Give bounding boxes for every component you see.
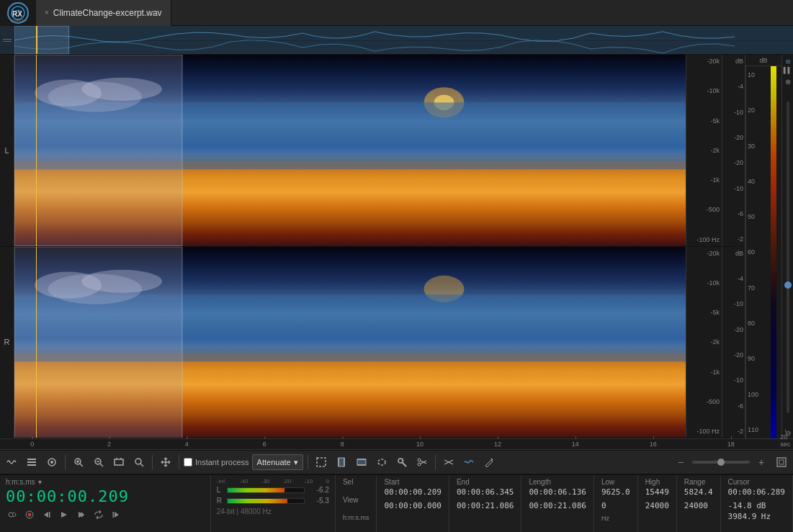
fit-btn[interactable] — [130, 454, 148, 471]
svg-rect-43 — [317, 458, 326, 466]
zoom-slider-area: ≋ ▌▌ ⊕ ⊖ — [781, 55, 793, 438]
db-label-R-3: -20 — [722, 325, 745, 335]
meter-label-R: R — [217, 497, 224, 505]
spec-bg-R — [14, 247, 686, 438]
meter-scale: -Inf. -40 -30 -20 -10 0 — [217, 478, 329, 484]
magic-wand-btn[interactable] — [393, 454, 411, 471]
time-mark-18: 18 — [727, 441, 735, 448]
spectrogram-L[interactable] — [14, 55, 686, 246]
zoom-control: − + — [672, 454, 790, 471]
waveform-display-btn[interactable] — [3, 454, 20, 471]
svg-point-30 — [50, 461, 53, 464]
overview-waveform[interactable] — [14, 26, 793, 54]
stat-col-high: High 15449 24000 — [638, 475, 677, 532]
time-mark-10: 10 — [416, 441, 424, 448]
zoom-in-icon[interactable]: ⊕ — [784, 76, 792, 87]
sel-label: Sel — [343, 478, 369, 486]
overview-collapse-btn[interactable] — [0, 37, 14, 43]
titlebar: RX ADVANCED × ClimateChange-excerpt.wav — [0, 0, 793, 26]
wave-view-icon[interactable]: ≋ — [784, 58, 792, 66]
stat-col-end: End 00:00:06.345 00:00:21.086 — [449, 475, 521, 532]
pencil-btn[interactable] — [480, 454, 498, 471]
next-btn[interactable] — [109, 508, 122, 521]
meter-row-R: R -5.3 — [217, 497, 329, 505]
waveform-bars-icon[interactable]: ▌▌ — [784, 67, 792, 73]
monitor-btn[interactable] — [6, 508, 19, 521]
scissors-btn[interactable] — [413, 454, 431, 471]
toolbar: Instant process Attenuate ▾ — [0, 450, 793, 474]
right-db-50: 50 — [746, 211, 771, 222]
mix-btn[interactable] — [440, 454, 457, 471]
meter-neg10: -10 — [305, 478, 313, 484]
time-unit-label: h:m:s.ms — [343, 514, 369, 521]
svg-marker-72 — [81, 512, 84, 518]
time-marks: 0 2 4 6 8 10 12 14 16 18 20 sec — [16, 439, 793, 449]
end-header: End — [457, 478, 514, 486]
svg-point-65 — [9, 513, 13, 517]
length-header: Length — [529, 478, 586, 486]
svg-rect-64 — [779, 460, 784, 464]
freq-label-10k-R: -10k — [686, 278, 722, 288]
db-label-R-6: -6 — [722, 401, 745, 411]
prev-btn[interactable] — [40, 508, 53, 521]
noise-btn[interactable] — [460, 454, 478, 471]
play-btn[interactable] — [58, 508, 71, 521]
start-header: Start — [384, 478, 441, 486]
zoom-slider-track[interactable] — [787, 102, 789, 413]
zoom-fit-small-btn[interactable] — [773, 454, 790, 471]
sel-high: 15449 — [645, 487, 669, 497]
meter-row-L: L -6.2 — [217, 486, 329, 494]
zoom-in-small-btn[interactable]: + — [753, 454, 770, 471]
right-db-10: 10 — [746, 69, 771, 81]
instant-process-checkbox[interactable] — [184, 458, 192, 466]
cursor-hz: 3984.9 Hz — [728, 512, 785, 521]
play-loop-btn[interactable] — [75, 508, 88, 521]
zoom-in-btn[interactable] — [70, 454, 87, 471]
svg-line-32 — [80, 464, 83, 466]
freq-label-2k-R: -2k — [686, 337, 722, 347]
toolbar-divider-3 — [179, 455, 179, 469]
rect-select-btn[interactable] — [313, 454, 330, 471]
db-ruler-L: dB -4 -10 -20 -20 -10 -6 -2 — [722, 55, 745, 246]
time-mark-4: 4 — [185, 441, 189, 448]
svg-point-25 — [48, 274, 142, 304]
zoom-out-small-btn[interactable]: − — [672, 454, 689, 471]
svg-point-57 — [418, 463, 421, 466]
cursor-header: Cursor — [728, 478, 785, 486]
zoom-slider-thumb[interactable] — [784, 281, 792, 289]
overview-bar[interactable] — [0, 26, 793, 55]
db-label-L-3: -20 — [722, 132, 745, 143]
svg-rect-28 — [27, 464, 36, 466]
view-label: View — [343, 496, 369, 504]
attenuate-dropdown[interactable]: Attenuate ▾ — [252, 454, 303, 470]
svg-rect-74 — [113, 512, 115, 518]
module-btn[interactable] — [43, 454, 61, 471]
freq-label-100-R: -100 Hz — [686, 426, 722, 436]
svg-rect-27 — [27, 461, 36, 463]
range-header: Range — [684, 478, 713, 486]
zoom-slider[interactable] — [692, 461, 750, 464]
time-mark-14: 14 — [572, 441, 579, 448]
zoom-out-btn[interactable] — [90, 454, 107, 471]
tab-close-icon[interactable]: × — [45, 9, 49, 17]
zoom-slider-knob[interactable] — [717, 459, 725, 466]
tab-filename: ClimateChange-excerpt.wav — [53, 8, 162, 18]
cursor-time: 00:00:06.289 — [728, 487, 785, 497]
time-mark-0: 0 — [30, 441, 34, 448]
list-view-btn[interactable] — [23, 454, 40, 471]
meter-bar-L — [227, 487, 305, 493]
freq-select-btn[interactable] — [353, 454, 370, 471]
time-select-btn[interactable] — [333, 454, 350, 471]
time-ruler: 0 2 4 6 8 10 12 14 16 18 20 sec — [0, 438, 793, 450]
freq-label-500-L: -500 — [686, 204, 722, 215]
stats-section: Sel View h:m:s.ms Start 00:00:00.209 00:… — [336, 475, 793, 532]
stat-col-low: Low 9625.0 0 Hz — [594, 475, 638, 532]
lasso-select-btn[interactable] — [373, 454, 390, 471]
zoom-region-btn[interactable] — [110, 454, 127, 471]
file-tab[interactable]: × ClimateChange-excerpt.wav — [36, 0, 171, 26]
pan-btn[interactable] — [157, 454, 174, 471]
loop-btn[interactable] — [92, 508, 105, 521]
freq-label-20k-R: -20k — [686, 248, 722, 258]
record-btn[interactable] — [23, 508, 36, 521]
spectrogram-R[interactable] — [14, 247, 686, 438]
